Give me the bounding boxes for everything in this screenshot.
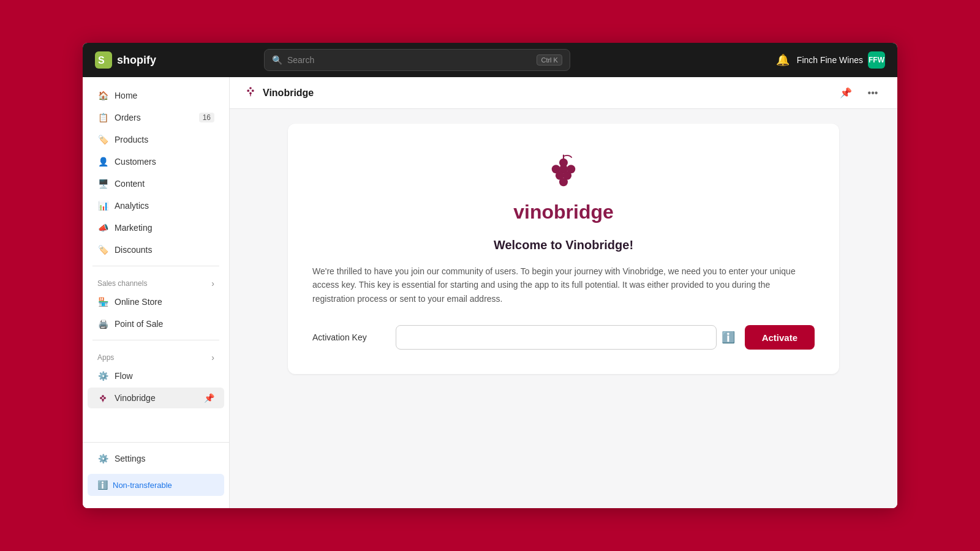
svg-point-3: [100, 397, 102, 399]
sidebar-label-orders: Orders: [115, 113, 141, 122]
content-icon: 🖥️: [97, 178, 108, 189]
non-transferable-badge: ℹ️ Non-transferable: [88, 474, 224, 496]
page-header: Vinobridge 📌 •••: [230, 77, 897, 109]
sidebar-label-online-store: Online Store: [115, 297, 162, 307]
flow-icon: ⚙️: [97, 370, 108, 381]
pin-button[interactable]: 📌: [836, 83, 856, 103]
main-content: vinobridge Welcome to Vinobridge! We're …: [230, 109, 897, 508]
vino-logo-text: vinobridge: [513, 201, 614, 223]
svg-point-2: [102, 395, 104, 397]
app-window: S shopify 🔍 Ctrl K 🔔 Finch Fine Wines FF…: [83, 43, 897, 508]
search-input[interactable]: [287, 55, 532, 65]
sidebar-bottom: ⚙️ Settings ℹ️ Non-transferable: [83, 442, 229, 501]
sidebar-item-online-store[interactable]: 🏪 Online Store: [88, 291, 224, 312]
activation-key-input[interactable]: [396, 325, 717, 350]
sidebar-label-content: Content: [115, 179, 145, 189]
vino-logo-grape: [542, 153, 585, 196]
shopify-logo[interactable]: S shopify: [95, 51, 156, 69]
sidebar-label-customers: Customers: [115, 157, 156, 167]
sidebar-label-flow: Flow: [115, 371, 133, 381]
activation-row: Activation Key ℹ️ Activate: [312, 325, 815, 350]
analytics-icon: 📊: [97, 200, 108, 211]
vino-logo-container: vinobridge: [312, 153, 815, 223]
products-icon: 🏷️: [97, 134, 108, 145]
activation-key-label: Activation Key: [312, 332, 386, 342]
activation-input-wrapper: ℹ️: [396, 325, 735, 350]
info-icon[interactable]: ℹ️: [722, 331, 735, 344]
sidebar-label-pos: Point of Sale: [115, 319, 163, 329]
vino-sidebar-icon: [97, 392, 108, 403]
sidebar-label-analytics: Analytics: [115, 201, 149, 211]
sidebar-item-content[interactable]: 🖥️ Content: [88, 173, 224, 194]
sidebar-divider-2: [92, 340, 219, 340]
sales-channels-title: Sales channels ›: [83, 271, 229, 291]
svg-point-8: [247, 89, 249, 92]
sidebar-item-products[interactable]: 🏷️ Products: [88, 129, 224, 150]
vinobridge-pin-icon[interactable]: 📌: [204, 393, 214, 403]
search-icon: 🔍: [272, 55, 282, 65]
discounts-icon: 🏷️: [97, 244, 108, 255]
sales-channels-expand-icon[interactable]: ›: [211, 279, 214, 288]
non-transferable-label: Non-transferable: [113, 481, 172, 490]
page-title: Vinobridge: [263, 88, 314, 99]
activate-button[interactable]: Activate: [745, 325, 815, 350]
page-header-right: 📌 •••: [836, 83, 883, 103]
topbar: S shopify 🔍 Ctrl K 🔔 Finch Fine Wines FF…: [83, 43, 897, 77]
customers-icon: 👤: [97, 156, 108, 167]
marketing-icon: 📣: [97, 222, 108, 233]
search-shortcut: Ctrl K: [537, 54, 562, 66]
search-bar[interactable]: 🔍 Ctrl K: [264, 49, 570, 71]
sidebar-item-marketing[interactable]: 📣 Marketing: [88, 217, 224, 238]
sidebar-item-analytics[interactable]: 📊 Analytics: [88, 195, 224, 216]
non-transferable-icon: ℹ️: [97, 480, 108, 490]
vino-header-icon: [244, 85, 257, 100]
svg-point-9: [252, 89, 254, 92]
store-avatar: FFW: [868, 51, 885, 69]
sidebar-label-home: Home: [115, 91, 137, 100]
svg-point-18: [559, 178, 568, 186]
vinobridge-card: vinobridge Welcome to Vinobridge! We're …: [288, 124, 839, 374]
sidebar: 🏠 Home 📋 Orders 16 🏷️ Products 👤 Custome…: [83, 77, 230, 508]
sidebar-label-discounts: Discounts: [115, 245, 152, 255]
notification-icon[interactable]: 🔔: [776, 53, 790, 67]
settings-icon: ⚙️: [97, 453, 108, 464]
orders-icon: 📋: [97, 112, 108, 123]
store-badge[interactable]: Finch Fine Wines FFW: [797, 51, 885, 69]
pos-icon: 🖨️: [97, 318, 108, 329]
welcome-description: We're thrilled to have you join our comm…: [312, 264, 815, 305]
apps-expand-icon[interactable]: ›: [211, 353, 214, 362]
apps-title: Apps ›: [83, 345, 229, 365]
sidebar-item-orders[interactable]: 📋 Orders 16: [88, 107, 224, 128]
store-icon: 🏪: [97, 296, 108, 307]
sidebar-item-vinobridge[interactable]: Vinobridge 📌: [88, 388, 224, 408]
main-layout: 🏠 Home 📋 Orders 16 🏷️ Products 👤 Custome…: [83, 77, 897, 508]
sidebar-label-products: Products: [115, 135, 148, 144]
svg-text:S: S: [98, 55, 105, 66]
home-icon: 🏠: [97, 90, 108, 101]
sidebar-item-settings[interactable]: ⚙️ Settings: [88, 448, 224, 469]
sidebar-item-flow[interactable]: ⚙️ Flow: [88, 365, 224, 386]
sidebar-label-settings: Settings: [115, 454, 146, 463]
shopify-icon: S: [95, 51, 112, 69]
sidebar-item-customers[interactable]: 👤 Customers: [88, 151, 224, 172]
sidebar-item-home[interactable]: 🏠 Home: [88, 85, 224, 106]
svg-point-4: [104, 397, 106, 399]
sidebar-label-vinobridge: Vinobridge: [115, 393, 156, 403]
svg-point-7: [249, 87, 252, 89]
sidebar-item-point-of-sale[interactable]: 🖨️ Point of Sale: [88, 313, 224, 334]
sidebar-label-marketing: Marketing: [115, 223, 152, 233]
welcome-title: Welcome to Vinobridge!: [312, 238, 815, 252]
content-area: Vinobridge 📌 •••: [230, 77, 897, 508]
shopify-logo-text: shopify: [117, 54, 156, 67]
store-name: Finch Fine Wines: [797, 55, 863, 65]
topbar-right: 🔔 Finch Fine Wines FFW: [776, 51, 885, 69]
sidebar-divider-1: [92, 266, 219, 266]
orders-badge: 16: [199, 113, 214, 122]
more-options-button[interactable]: •••: [863, 83, 883, 103]
sidebar-item-discounts[interactable]: 🏷️ Discounts: [88, 239, 224, 260]
